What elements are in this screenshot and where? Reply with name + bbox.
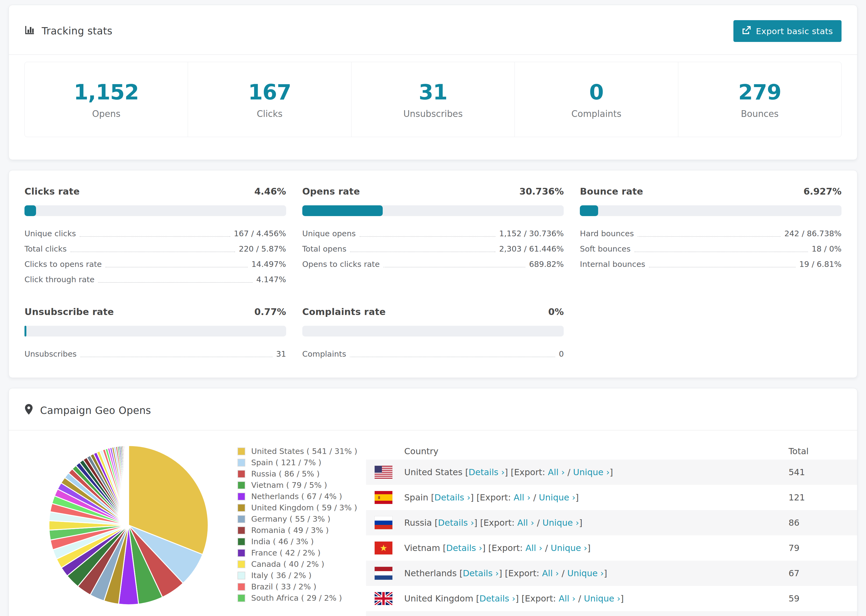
rate-row-label: Opens to clicks rate (302, 259, 380, 269)
export-all-link[interactable]: All › (559, 593, 576, 603)
legend-item[interactable]: United States ( 541 / 31% ) (238, 446, 366, 457)
legend-item[interactable]: South Africa ( 29 / 2% ) (238, 592, 366, 603)
rate-row-value: 167 / 4.456% (234, 229, 286, 238)
legend-label: Vietnam ( 79 / 5% ) (251, 481, 327, 490)
legend-item[interactable]: Canada ( 40 / 2% ) (238, 558, 366, 570)
details-link[interactable]: Details › (435, 492, 471, 503)
export-unique-link[interactable]: Unique › (542, 518, 579, 528)
export-all-link[interactable]: All › (517, 518, 534, 528)
legend-item[interactable]: Russia ( 86 / 5% ) (238, 468, 366, 479)
rate-row: Unsubscribes31 (24, 346, 286, 361)
export-all-link[interactable]: All › (514, 492, 531, 503)
rate-panel-header: Opens rate30.736% (302, 186, 564, 197)
legend-swatch (238, 459, 245, 467)
legend-item[interactable]: Vietnam ( 79 / 5% ) (238, 479, 366, 491)
country-total: 79 (789, 543, 857, 553)
legend-item[interactable]: Romania ( 49 / 3% ) (238, 525, 366, 536)
summary-stat-value: 279 (738, 80, 781, 104)
country-total: 86 (789, 518, 857, 528)
export-all-link[interactable]: All › (548, 467, 565, 477)
legend-item[interactable]: India ( 46 / 3% ) (238, 536, 366, 547)
legend-item[interactable]: Netherlands ( 67 / 4% ) (238, 491, 366, 502)
rate-row-label: Unsubscribes (24, 349, 77, 358)
country-cell: United Kingdom [Details ›] [Export: All … (404, 593, 789, 603)
details-link[interactable]: Details › (446, 543, 482, 553)
legend-label: Romania ( 49 / 3% ) (251, 526, 329, 535)
rate-row: Total opens2,303 / 61.446% (302, 241, 564, 256)
rate-row-label: Internal bounces (580, 259, 645, 269)
rate-row-leader (649, 267, 795, 267)
rate-row: Opens to clicks rate689.82% (302, 256, 564, 272)
rate-panel: Clicks rate4.46%Unique clicks167 / 4.456… (24, 186, 286, 287)
geo-body: United States ( 541 / 31% )Spain ( 121 /… (9, 431, 857, 616)
export-unique-link[interactable]: Unique › (573, 467, 610, 477)
rate-panel: Unsubscribe rate0.77%Unsubscribes31 (24, 306, 286, 361)
country-cell: Netherlands [Details ›] [Export: All › /… (404, 568, 789, 578)
geo-legend: United States ( 541 / 31% )Spain ( 121 /… (238, 446, 366, 616)
legend-item[interactable]: United Kingdom ( 59 / 3% ) (238, 502, 366, 513)
legend-item[interactable]: Brazil ( 33 / 2% ) (238, 581, 366, 592)
map-pin-icon (24, 404, 33, 418)
export-basic-stats-button[interactable]: Export basic stats (734, 20, 842, 42)
rate-row: Unique opens1,152 / 30.736% (302, 226, 564, 241)
legend-label: Netherlands ( 67 / 4% ) (251, 492, 342, 501)
legend-item[interactable]: Germany ( 55 / 3% ) (238, 513, 366, 525)
export-unique-link[interactable]: Unique › (584, 593, 620, 603)
country-flag-vn: ★ (375, 542, 392, 555)
details-link[interactable]: Details › (463, 568, 499, 578)
rate-panel: Complaints rate0%Complaints0 (302, 306, 564, 361)
geo-table-header-total: Total (789, 446, 857, 456)
rate-progress-fill (580, 205, 598, 216)
rate-row-leader (350, 251, 495, 252)
export-unique-link[interactable]: Unique › (551, 543, 587, 553)
table-row: United Kingdom [Details ›] [Export: All … (366, 586, 857, 611)
legend-label: France ( 42 / 2% ) (251, 548, 321, 558)
legend-swatch (238, 560, 245, 568)
rate-row: Total clicks220 / 5.87% (24, 241, 286, 256)
export-unique-link[interactable]: Unique › (567, 568, 604, 578)
legend-swatch (238, 504, 245, 512)
rate-row: Soft bounces18 / 0% (580, 241, 842, 256)
summary-stats-row: 1,152Opens167Clicks31Unsubscribes0Compla… (24, 62, 842, 137)
rate-row-leader (80, 236, 230, 237)
legend-label: South Africa ( 29 / 2% ) (251, 593, 342, 603)
summary-stat-value: 167 (248, 80, 291, 104)
rate-row-leader (638, 236, 781, 237)
export-all-link[interactable]: All › (526, 543, 542, 553)
export-unique-link[interactable]: Unique › (539, 492, 576, 503)
pie-slice (128, 446, 129, 525)
rate-row-leader (105, 267, 247, 267)
legend-swatch (238, 448, 245, 455)
legend-item[interactable]: France ( 42 / 2% ) (238, 547, 366, 558)
table-row: Germany [Details ›] [Export: All › / Uni… (366, 611, 857, 616)
legend-item[interactable]: Spain ( 121 / 7% ) (238, 457, 366, 468)
rate-row-leader (80, 357, 272, 357)
legend-item[interactable]: Italy ( 36 / 2% ) (238, 570, 366, 581)
legend-label: Spain ( 121 / 7% ) (251, 458, 321, 467)
rate-row-value: 220 / 5.87% (239, 244, 286, 253)
rate-row-leader (384, 267, 525, 267)
details-link[interactable]: Details › (469, 467, 505, 477)
bar-chart-icon (24, 25, 35, 37)
rate-row-leader (350, 357, 555, 357)
country-flag-ru (375, 516, 392, 529)
rate-progress-fill (24, 326, 26, 336)
rate-panel-header: Clicks rate4.46% (24, 186, 286, 197)
table-row: Spain [Details ›] [Export: All › / Uniqu… (366, 485, 857, 510)
rate-panel: Bounce rate6.927%Hard bounces242 / 86.73… (580, 186, 842, 287)
rate-progress-track (24, 326, 286, 336)
rate-progress-track (302, 326, 564, 336)
export-all-link[interactable]: All › (542, 568, 559, 578)
rate-row-value: 4.147% (256, 275, 286, 284)
country-cell: United States [Details ›] [Export: All ›… (404, 467, 789, 477)
summary-stat-value: 0 (589, 80, 603, 104)
rate-panel-header: Complaints rate0% (302, 306, 564, 317)
export-button-label: Export basic stats (756, 26, 833, 36)
legend-swatch (238, 572, 245, 580)
details-link[interactable]: Details › (480, 593, 516, 603)
legend-swatch (238, 549, 245, 557)
legend-swatch (238, 493, 245, 500)
details-link[interactable]: Details › (438, 518, 474, 528)
rates-grid: Clicks rate4.46%Unique clicks167 / 4.456… (24, 186, 842, 361)
legend-label: Italy ( 36 / 2% ) (251, 571, 312, 580)
